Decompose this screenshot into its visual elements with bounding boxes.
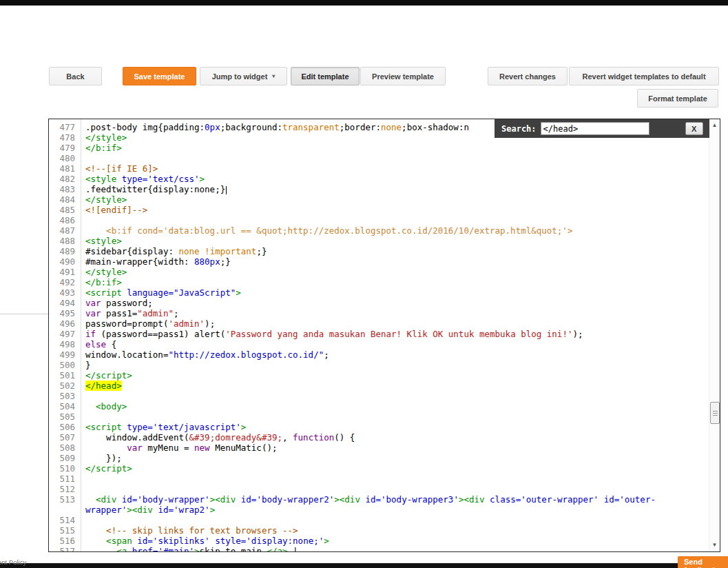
code-text[interactable]: window.addEvent(&#39;domready&#39;, func… (81, 432, 709, 443)
code-text[interactable]: <script language="JavaScript"> (81, 287, 709, 298)
code-text[interactable]: else { (81, 339, 709, 349)
code-line-498[interactable]: 498else { (49, 339, 720, 349)
code-line-486[interactable]: 486 (49, 215, 720, 225)
code-text[interactable]: <!--[if IE 6]> (81, 163, 709, 174)
code-lines[interactable]: 477.post-body img{padding:0px;background… (49, 119, 720, 551)
back-button[interactable]: Back (49, 67, 102, 85)
code-text[interactable]: <b:if cond='data:blog.url == &quot;http:… (81, 225, 709, 236)
code-text[interactable]: #main-wrapper{width: 880px;} (81, 256, 709, 267)
code-line-479[interactable]: 479</b:if> (49, 143, 720, 153)
code-line-500[interactable]: 500} (49, 360, 720, 370)
code-line-505[interactable]: 505 (49, 412, 720, 422)
code-text[interactable] (81, 391, 709, 401)
code-line-511[interactable]: 511 (49, 474, 720, 484)
code-line-513[interactable]: 513 <div id='body-wrapper'><div id='body… (49, 494, 720, 515)
code-text[interactable]: </head> (81, 381, 709, 391)
code-line-506[interactable]: 506<script type='text/javascript'> (49, 422, 720, 432)
edit-template-button[interactable]: Edit template (291, 67, 360, 85)
editor-scrollbar[interactable]: ▲ ▼ (709, 119, 720, 551)
search-label: Search: (501, 124, 537, 134)
code-line-483[interactable]: 483.feedtwitter{display:none;} (49, 184, 720, 194)
code-line-515[interactable]: 515 <!-- skip links for text browsers --… (49, 525, 720, 536)
code-text[interactable]: <div id='body-wrapper'><div id='body-wra… (81, 494, 709, 515)
code-text[interactable] (81, 215, 709, 225)
save-template-button[interactable]: Save template (123, 67, 196, 85)
scrollbar-thumb[interactable] (710, 402, 720, 424)
code-text[interactable]: </style> (81, 267, 709, 277)
code-text[interactable]: <a href='#main'>skip to main </a> | (81, 546, 709, 552)
code-text[interactable]: <body> (81, 401, 709, 412)
code-line-503[interactable]: 503 (49, 391, 720, 401)
code-text[interactable] (81, 484, 709, 494)
code-line-516[interactable]: 516 <span id='skiplinks' style='display:… (49, 536, 720, 546)
send-feedback-button[interactable]: Send feedback (678, 556, 728, 568)
code-text[interactable]: <span id='skiplinks' style='display:none… (81, 536, 709, 546)
search-input[interactable] (541, 122, 649, 135)
code-text[interactable]: .feedtwitter{display:none;} (81, 184, 709, 194)
code-text[interactable]: } (81, 360, 709, 370)
content-policy-link[interactable]: ent Policy (0, 558, 26, 566)
scroll-down-icon[interactable]: ▼ (709, 540, 720, 550)
code-line-492[interactable]: 492</b:if> (49, 277, 720, 287)
code-text[interactable]: if (password==pass1) alert('Password yan… (81, 329, 709, 339)
code-line-488[interactable]: 488<style> (49, 236, 720, 246)
code-text[interactable] (81, 474, 709, 484)
code-text[interactable]: <style> (81, 236, 709, 246)
code-text[interactable]: </style> (81, 194, 709, 205)
code-line-512[interactable]: 512 (49, 484, 720, 494)
code-line-487[interactable]: 487 <b:if cond='data:blog.url == &quot;h… (49, 225, 720, 236)
code-line-493[interactable]: 493<script language="JavaScript"> (49, 287, 720, 298)
code-text[interactable]: var myMenu = new MenuMatic(); (81, 443, 709, 453)
line-number: 488 (49, 236, 81, 246)
code-line-510[interactable]: 510</script> (49, 463, 720, 474)
jump-to-widget-dropdown[interactable]: Jump to widget ▾ (200, 67, 287, 85)
search-close-button[interactable]: X (685, 122, 703, 135)
code-text[interactable]: </b:if> (81, 143, 709, 153)
code-text[interactable]: </b:if> (81, 277, 709, 287)
code-line-496[interactable]: 496password=prompt('admin'); (49, 318, 720, 329)
code-line-508[interactable]: 508 var myMenu = new MenuMatic(); (49, 443, 720, 453)
code-line-480[interactable]: 480 (49, 153, 720, 163)
code-line-491[interactable]: 491</style> (49, 267, 720, 277)
code-line-509[interactable]: 509 }); (49, 453, 720, 463)
code-line-484[interactable]: 484</style> (49, 194, 720, 205)
code-text[interactable] (81, 515, 709, 525)
code-line-494[interactable]: 494var password; (49, 298, 720, 308)
code-line-502[interactable]: 502</head> (49, 381, 720, 391)
revert-widget-templates-button[interactable]: Revert widget templates to default (569, 67, 719, 85)
code-text[interactable]: var password; (81, 298, 709, 308)
code-line-514[interactable]: 514 (49, 515, 720, 525)
code-line-499[interactable]: 499window.location="http://zedox.blogspo… (49, 349, 720, 360)
code-line-489[interactable]: 489#sidebar{display: none !important;} (49, 246, 720, 256)
scroll-up-icon[interactable]: ▲ (709, 121, 720, 130)
code-text[interactable] (81, 153, 709, 163)
code-line-504[interactable]: 504 <body> (49, 401, 720, 412)
code-text[interactable]: window.location="http://zedox.blogspot.c… (81, 349, 709, 360)
code-text[interactable]: </script> (81, 370, 709, 381)
code-line-495[interactable]: 495var pass1="admin"; (49, 308, 720, 318)
code-line-485[interactable]: 485<![endif]--> (49, 205, 720, 215)
code-line-501[interactable]: 501</script> (49, 370, 720, 381)
code-text[interactable]: <!-- skip links for text browsers --> (81, 525, 709, 536)
code-text[interactable]: <![endif]--> (81, 205, 709, 215)
code-text[interactable] (81, 412, 709, 422)
line-number: 494 (49, 298, 81, 308)
code-text[interactable]: }); (81, 453, 709, 463)
code-line-482[interactable]: 482<style type='text/css'> (49, 174, 720, 184)
code-line-517[interactable]: 517 <a href='#main'>skip to main </a> | (49, 546, 720, 552)
code-text[interactable]: </script> (81, 463, 709, 474)
line-number: 502 (49, 381, 81, 391)
code-line-490[interactable]: 490#main-wrapper{width: 880px;} (49, 256, 720, 267)
code-text[interactable]: #sidebar{display: none !important;} (81, 246, 709, 256)
code-text[interactable]: <style type='text/css'> (81, 174, 709, 184)
format-template-button[interactable]: Format template (637, 89, 718, 108)
code-text[interactable]: var pass1="admin"; (81, 308, 709, 318)
code-line-497[interactable]: 497if (password==pass1) alert('Password … (49, 329, 720, 339)
code-line-507[interactable]: 507 window.addEvent(&#39;domready&#39;, … (49, 432, 720, 443)
preview-template-button[interactable]: Preview template (360, 67, 446, 85)
code-text[interactable]: <script type='text/javascript'> (81, 422, 709, 432)
revert-changes-button[interactable]: Revert changes (488, 67, 568, 85)
line-number: 483 (49, 184, 81, 194)
code-line-481[interactable]: 481<!--[if IE 6]> (49, 163, 720, 174)
code-text[interactable]: password=prompt('admin'); (81, 318, 709, 329)
